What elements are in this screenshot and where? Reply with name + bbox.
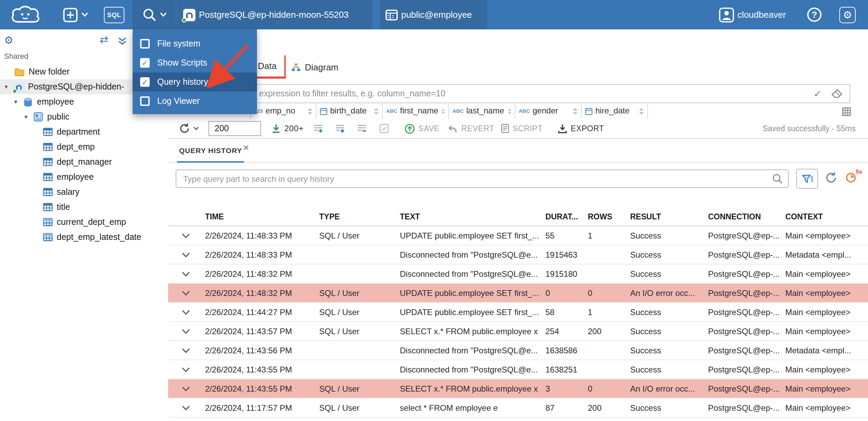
grid-column-header[interactable]: hire_date (582, 104, 648, 119)
menu-item-file-system[interactable]: File system (133, 34, 257, 53)
query-history-row[interactable]: 2/26/2024, 11:17:57 PM SQL / User select… (168, 398, 868, 418)
query-history-row[interactable]: 2/26/2024, 11:43:56 PM Disconnected from… (168, 341, 868, 360)
history-filter-button[interactable] (796, 169, 818, 189)
expand-row-icon[interactable] (168, 367, 205, 372)
fetch-size-input[interactable] (208, 121, 261, 136)
query-history-row-error[interactable]: 2/26/2024, 11:48:32 PM SQL / User UPDATE… (168, 284, 868, 303)
expand-chevron-icon[interactable]: ▾ (23, 113, 29, 120)
expand-row-icon[interactable] (168, 328, 205, 334)
grid-column-header[interactable]: ABC last_name (449, 104, 515, 119)
auto-refresh-button[interactable] (845, 172, 857, 187)
tree-item-table[interactable]: department (0, 124, 168, 139)
fetch-more-label: 200+ (284, 124, 303, 133)
grid-column-header[interactable]: ABC first_name (383, 104, 449, 119)
tree-item-table[interactable]: salary (0, 185, 168, 200)
duplicate-row-button[interactable] (335, 119, 345, 138)
tree-item-table[interactable]: title (0, 200, 168, 215)
grid-view-icon[interactable] (842, 107, 851, 119)
query-history-search-input[interactable] (176, 169, 789, 188)
schema-selector[interactable]: public@employee (380, 0, 487, 29)
column-header-connection[interactable]: CONNECTION (708, 212, 785, 220)
expand-row-icon[interactable] (168, 309, 205, 315)
view-menu-trigger[interactable] (133, 0, 176, 29)
checkbox-checked[interactable]: ✓ (140, 58, 150, 68)
query-history-row-error[interactable]: 2/26/2024, 11:43:55 PM SQL / User SELECT… (168, 379, 868, 398)
query-history-row[interactable]: 2/26/2024, 11:48:33 PM Disconnected from… (168, 245, 868, 264)
tab-diagram[interactable]: Diagram (291, 55, 338, 79)
filter-input[interactable] (251, 89, 814, 98)
sidebar-settings-icon[interactable]: ⚙ (4, 34, 13, 46)
fetch-more-button[interactable]: 200+ (271, 119, 303, 138)
apply-filter-icon[interactable]: ✓ (814, 88, 822, 99)
column-header-text[interactable]: TEXT (400, 212, 545, 220)
script-button[interactable]: SCRIPT (501, 119, 543, 138)
expand-chevron-icon[interactable]: ▾ (3, 83, 10, 90)
menu-item-show-scripts[interactable]: ✓ Show Scripts (133, 53, 257, 72)
menu-item-query-history[interactable]: ✓ Query history (133, 72, 257, 92)
new-object-button[interactable] (63, 0, 88, 29)
tree-item-table[interactable]: dept_manager (0, 154, 168, 169)
query-history-row[interactable]: 2/26/2024, 11:44:27 PM SQL / User UPDATE… (168, 303, 868, 322)
tree-item-view[interactable]: current_dept_emp (0, 215, 168, 230)
revert-button[interactable]: REVERT (448, 119, 494, 138)
tree-item-table[interactable]: dept_emp (0, 139, 168, 154)
delete-row-button[interactable] (357, 119, 367, 138)
query-history-row[interactable]: 2/26/2024, 11:43:55 PM Disconnected from… (168, 360, 868, 379)
clear-filter-icon[interactable] (831, 89, 843, 98)
history-refresh-button[interactable] (825, 172, 837, 187)
cell-time: 2/26/2024, 11:44:27 PM (205, 307, 319, 317)
column-header-result[interactable]: RESULT (630, 212, 708, 220)
column-header-context[interactable]: CONTEXT (785, 212, 868, 220)
tree-item-table[interactable]: employee (0, 169, 168, 185)
apply-changes-button[interactable] (379, 119, 389, 138)
tab-query-history[interactable]: QUERY HISTORY (177, 139, 244, 163)
query-history-row[interactable]: 2/26/2024, 11:43:57 PM SQL / User SELECT… (168, 322, 868, 341)
column-name: gender (533, 106, 558, 116)
sort-icon[interactable] (307, 107, 313, 116)
column-header-time[interactable]: TIME (205, 212, 319, 220)
tree-item-view[interactable]: dept_emp_latest_date (0, 230, 168, 245)
expand-row-icon[interactable] (168, 386, 205, 391)
sort-icon[interactable] (572, 107, 578, 116)
column-header-rows[interactable]: ROWS (588, 212, 630, 220)
save-button[interactable]: SAVE (405, 119, 439, 138)
grid-column-header[interactable]: 123 emp_no (250, 104, 316, 119)
sql-editor-button[interactable]: SQL (104, 0, 124, 29)
expand-row-icon[interactable] (168, 233, 205, 238)
query-history-row[interactable]: 2/26/2024, 11:48:33 PM SQL / User UPDATE… (168, 226, 868, 245)
export-button[interactable]: EXPORT (558, 119, 604, 138)
help-button[interactable]: ? (807, 0, 822, 29)
user-menu[interactable]: cloudbeaver (719, 0, 786, 29)
cell-context: Main <employee> (785, 307, 868, 317)
funnel-icon (801, 174, 813, 184)
expand-row-icon[interactable] (168, 271, 205, 276)
checkbox-checked[interactable]: ✓ (140, 77, 150, 87)
settings-button[interactable]: ⚙ (839, 0, 856, 29)
menu-item-log-viewer[interactable]: Log Viewer (133, 92, 257, 111)
sort-icon[interactable] (373, 107, 379, 116)
sync-connection-icon[interactable]: ⇄ (100, 33, 108, 46)
expand-row-icon[interactable] (168, 348, 205, 353)
cell-connection: PostgreSQL@ep-... (708, 250, 785, 259)
close-icon[interactable]: × (241, 141, 252, 152)
sort-icon[interactable] (638, 107, 645, 116)
expand-row-icon[interactable] (168, 290, 205, 296)
collapse-all-icon[interactable] (118, 36, 127, 46)
query-history-row[interactable]: 2/26/2024, 11:48:32 PM Disconnected from… (168, 264, 868, 284)
grid-column-header[interactable]: birth_date (316, 104, 383, 119)
expand-row-icon[interactable] (168, 405, 205, 410)
connection-selector[interactable]: PostgreSQL@ep-hidden-moon-55203 (176, 0, 372, 29)
help-icon: ? (807, 8, 822, 22)
column-header-type[interactable]: TYPE (319, 212, 400, 220)
expand-row-icon[interactable] (168, 252, 205, 257)
cell-result: Success (630, 345, 708, 355)
checkbox-unchecked[interactable] (140, 96, 150, 106)
sort-icon[interactable] (441, 107, 446, 116)
grid-column-header[interactable]: ABC gender (515, 104, 582, 119)
expand-chevron-icon[interactable]: ▾ (12, 98, 19, 105)
sort-icon[interactable] (507, 107, 512, 116)
column-header-duration[interactable]: DURAT... (545, 212, 588, 220)
refresh-result-button[interactable] (179, 119, 199, 138)
checkbox-unchecked[interactable] (140, 39, 150, 49)
add-row-button[interactable] (313, 119, 323, 138)
